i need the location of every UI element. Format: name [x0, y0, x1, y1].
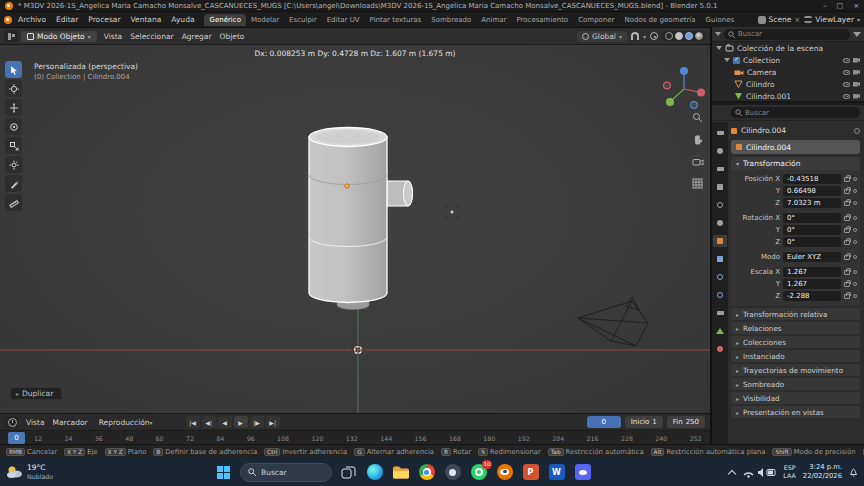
transform-value-field[interactable]: -2.288 — [783, 291, 841, 301]
outliner-row-camera[interactable]: Camera — [712, 66, 864, 78]
animate-dot-icon[interactable] — [853, 294, 857, 298]
properties-tab-render[interactable] — [713, 145, 727, 157]
outliner-root-row[interactable]: Colección de la escena — [712, 42, 864, 54]
animate-dot-icon[interactable] — [853, 228, 857, 232]
operator-panel[interactable]: Duplicar — [10, 387, 62, 400]
lock-icon[interactable] — [844, 255, 850, 260]
menu-item[interactable]: Archivo — [13, 15, 51, 24]
object-name-field[interactable]: Cilindro.004 — [731, 140, 860, 154]
transform-section-header[interactable]: Transformación — [731, 157, 860, 170]
mode-dropdown[interactable]: Modo Objeto — [21, 31, 97, 42]
animate-dot-icon[interactable] — [853, 255, 857, 259]
hide-eye-icon[interactable] — [843, 94, 850, 99]
hide-eye-icon[interactable] — [843, 70, 850, 75]
workspace-tab[interactable]: Modelar — [246, 14, 284, 26]
outliner-row-cilindro[interactable]: Cilindro — [712, 78, 864, 90]
scene-selector[interactable]: Scene × — [758, 15, 801, 24]
lock-icon[interactable] — [844, 189, 850, 194]
wireframe-shading-icon[interactable] — [665, 32, 673, 40]
properties-search-input[interactable]: Buscar — [731, 107, 860, 118]
transform-value-field[interactable]: 0° — [783, 213, 841, 223]
tool-rotate[interactable] — [5, 118, 22, 135]
outliner-search-input[interactable]: Buscar — [724, 29, 850, 40]
workspace-tab[interactable]: Sombreado — [426, 14, 476, 26]
workspace-tab[interactable]: Nodos de geometría — [620, 14, 701, 26]
expand-icon[interactable] — [724, 58, 730, 62]
collapsed-section-header[interactable]: Colecciones — [731, 336, 860, 348]
properties-tab-object[interactable] — [713, 235, 727, 247]
jump-to-start-button[interactable]: |◀ — [186, 416, 200, 428]
light-object[interactable] — [447, 207, 458, 218]
playhead-badge[interactable]: 0 — [8, 432, 25, 444]
snapping-magnet-icon[interactable] — [631, 32, 639, 40]
snapping-chevron-icon[interactable] — [643, 32, 646, 41]
menu-item[interactable]: Procesar — [83, 15, 125, 24]
jump-to-end-button[interactable]: ▶| — [266, 416, 280, 428]
lock-icon[interactable] — [844, 228, 850, 233]
transform-value-field[interactable]: 7.0323 m — [783, 198, 841, 208]
expand-icon[interactable] — [716, 46, 722, 50]
animate-dot-icon[interactable] — [853, 270, 857, 274]
next-keyframe-button[interactable]: |▶ — [250, 416, 264, 428]
close-button[interactable]: × — [853, 2, 859, 10]
camera-object[interactable] — [578, 297, 648, 346]
menu-item[interactable]: Ventana — [126, 15, 167, 24]
menu-item[interactable]: Ayuda — [166, 15, 199, 24]
word-icon[interactable]: W — [547, 463, 566, 482]
properties-tab-material[interactable] — [713, 343, 727, 355]
network-volume-icons[interactable] — [742, 466, 776, 478]
collapsed-section-header[interactable]: Instanciado — [731, 350, 860, 362]
collapsed-section-header[interactable]: Trayectorias de movimiento — [731, 364, 860, 376]
play-button[interactable]: ▶ — [234, 416, 248, 428]
tool-cursor[interactable] — [5, 80, 22, 97]
viewport-menu-item[interactable]: Vista — [100, 32, 127, 41]
properties-tab-world[interactable] — [713, 217, 727, 229]
outliner-row-collection[interactable]: Collection — [712, 54, 864, 66]
workspace-tab[interactable]: Procesamiento — [511, 14, 573, 26]
workspace-tab[interactable]: Pintar texturas — [365, 14, 427, 26]
viewport-menu-item[interactable]: Objeto — [216, 32, 249, 41]
playback-menu[interactable]: Reproducción — [95, 418, 157, 427]
lock-icon[interactable] — [844, 240, 850, 245]
lock-icon[interactable] — [844, 177, 850, 182]
frame-start-field[interactable]: Inicio 1 — [625, 416, 663, 428]
discord-icon[interactable] — [573, 463, 592, 482]
tool-move[interactable] — [5, 99, 22, 116]
viewlayer-selector[interactable]: ViewLayer — [804, 15, 860, 24]
properties-tab-output[interactable] — [713, 163, 727, 175]
blender-menu-icon[interactable] — [4, 16, 12, 24]
animate-dot-icon[interactable] — [853, 216, 857, 220]
lock-icon[interactable] — [844, 294, 850, 299]
edge-icon[interactable] — [365, 463, 384, 482]
lock-icon[interactable] — [844, 282, 850, 287]
solid-shading-icon[interactable] — [675, 32, 683, 40]
file-explorer-icon[interactable] — [391, 463, 410, 482]
lock-icon[interactable] — [844, 216, 850, 221]
minimize-button[interactable]: – — [823, 2, 827, 10]
transform-value-field[interactable]: 1.267 — [783, 279, 841, 289]
properties-tab-constraints[interactable] — [713, 307, 727, 319]
transform-value-field[interactable]: Euler XYZ — [783, 252, 841, 262]
proportional-edit-icon[interactable] — [650, 32, 658, 40]
pin-icon[interactable] — [854, 128, 860, 134]
play-reverse-button[interactable]: ◀ — [218, 416, 232, 428]
material-shading-icon[interactable] — [685, 32, 693, 40]
properties-tab-viewlayer[interactable] — [713, 181, 727, 193]
blender-icon[interactable] — [495, 463, 514, 482]
editor-type-button[interactable] — [4, 30, 18, 42]
camera-view-icon[interactable] — [691, 155, 704, 168]
properties-tab-modifiers[interactable] — [713, 253, 727, 265]
collapsed-section-header[interactable]: Transformación relativa — [731, 308, 860, 320]
zoom-icon[interactable] — [691, 111, 704, 124]
viewport-menu-item[interactable]: Agregar — [178, 32, 216, 41]
collapsed-section-header[interactable]: Visibilidad — [731, 392, 860, 404]
mug-object[interactable] — [309, 128, 413, 310]
start-button[interactable] — [214, 463, 233, 482]
task-view-icon[interactable] — [339, 463, 358, 482]
render-camera-icon[interactable] — [853, 58, 860, 63]
whatsapp-icon[interactable]: 10 — [469, 463, 488, 482]
transform-value-field[interactable]: 0° — [783, 225, 841, 235]
tray-expand-icon[interactable] — [728, 469, 736, 477]
filter-icon[interactable] — [853, 32, 861, 37]
taskbar-search-input[interactable]: Buscar — [240, 463, 332, 482]
